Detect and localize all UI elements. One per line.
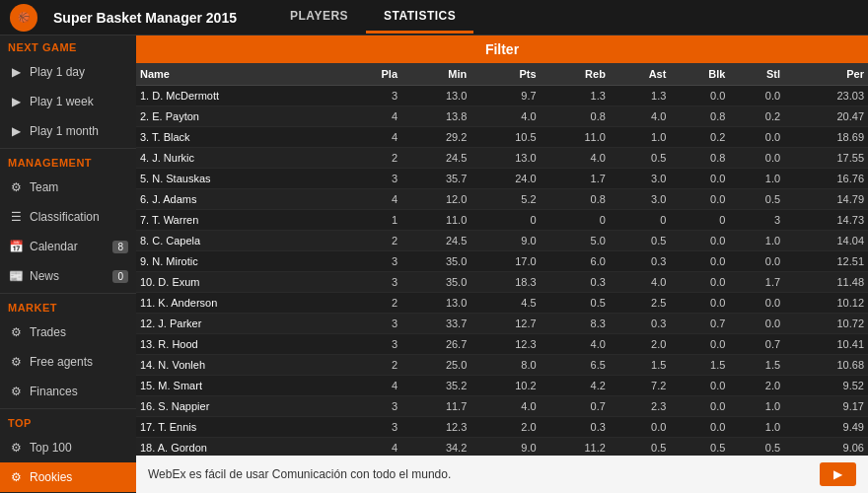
play-icon: ▶ [8,64,24,80]
table-row: 13. R. Hood326.712.34.02.00.00.710.41 [136,334,868,355]
table-row: 15. M. Smart435.210.24.27.20.02.09.52 [136,376,868,396]
table-row: 9. N. Mirotic335.017.06.00.30.00.012.51 [136,251,868,272]
sidebar-item-play1day[interactable]: ▶ Play 1 day [0,57,136,87]
table-row: 2. E. Payton413.84.00.84.00.80.220.47 [136,106,868,127]
main-layout: NEXT GAME ▶ Play 1 day ▶ Play 1 week ▶ P… [0,35,868,493]
free-agents-icon: ⚙ [8,354,24,370]
table-row: 1. D. McDermott313.09.71.31.30.00.023.03 [136,86,868,106]
team-icon: ⚙ [8,179,24,195]
table-row: 7. T. Warren111.00000314.73 [136,210,868,231]
sidebar-label-play1month: Play 1 month [30,124,99,138]
sidebar-label-news: News [30,269,59,283]
col-ast[interactable]: Ast [610,63,670,86]
section-management: MANAGEMENT [0,151,136,173]
sidebar-label-free-agents: Free agents [30,355,93,369]
sidebar-item-play1week[interactable]: ▶ Play 1 week [0,87,136,116]
sidebar-label-finances: Finances [30,385,78,398]
col-name[interactable]: Name [136,63,343,86]
sidebar-item-news[interactable]: 📰 News 0 [0,261,136,291]
sidebar-label-trades: Trades [30,325,66,339]
col-pts[interactable]: Pts [470,63,540,86]
nav-tabs: PLAYERS STATISTICS [272,1,473,34]
divider [0,148,136,149]
news-badge: 0 [112,270,128,283]
table-row: 16. S. Nappier311.74.00.72.30.01.09.17 [136,396,868,417]
content-area: Filter Name Pla Min Pts Reb Ast Blk Stl … [136,35,868,493]
table-row: 4. J. Nurkic224.513.04.00.50.80.017.55 [136,148,868,169]
section-top: TOP [0,411,136,433]
sidebar-label-rookies: Rookies [30,470,72,484]
col-pla[interactable]: Pla [343,63,401,86]
topbar: 🏀 Super Basket Manager 2015 PLAYERS STAT… [0,0,868,35]
table-row: 12. J. Parker333.712.78.30.30.70.010.72 [136,314,868,334]
table-row: 3. T. Black429.210.511.01.00.20.018.69 [136,127,868,148]
filter-bar: Filter [136,35,868,63]
section-market: MARKET [0,296,136,317]
table-row: 6. J. Adams412.05.20.83.00.00.514.79 [136,189,868,210]
sidebar-item-trades[interactable]: ⚙ Trades [0,317,136,347]
col-stl[interactable]: Stl [729,63,784,86]
tab-players[interactable]: PLAYERS [272,1,366,34]
sidebar-item-finances[interactable]: ⚙ Finances [0,377,136,406]
players-table-wrapper[interactable]: Name Pla Min Pts Reb Ast Blk Stl Per 1. … [136,63,868,456]
rookies-icon: ⚙ [8,469,24,485]
table-row: 17. T. Ennis312.32.00.30.00.01.09.49 [136,417,868,438]
ad-button[interactable]: ▶ [820,462,856,486]
sidebar-item-calendar[interactable]: 📅 Calendar 8 [0,232,136,261]
table-row: 18. A. Gordon434.29.011.20.50.50.59.06 [136,438,868,457]
sidebar: NEXT GAME ▶ Play 1 day ▶ Play 1 week ▶ P… [0,35,136,493]
trades-icon: ⚙ [8,324,24,340]
sidebar-label-play1week: Play 1 week [30,95,94,108]
table-row: 8. C. Capela224.59.05.00.50.01.014.04 [136,231,868,251]
sidebar-label-team: Team [30,180,58,194]
top100-icon: ⚙ [8,440,24,456]
sidebar-item-team[interactable]: ⚙ Team [0,173,136,202]
play-icon: ▶ [8,94,24,109]
sidebar-item-free-agents[interactable]: ⚙ Free agents [0,347,136,377]
app-title: Super Basket Manager 2015 [53,10,237,26]
sidebar-item-play1month[interactable]: ▶ Play 1 month [0,116,136,146]
sidebar-label-play1day: Play 1 day [30,65,85,79]
news-icon: 📰 [8,268,24,284]
sidebar-label-top100: Top 100 [30,441,72,455]
table-row: 14. N. Vonleh225.08.06.51.51.51.510.68 [136,355,868,376]
tab-statistics[interactable]: STATISTICS [366,1,473,34]
sidebar-item-top100[interactable]: ⚙ Top 100 [0,433,136,462]
sidebar-item-classification[interactable]: ☰ Classification [0,202,136,232]
sidebar-label-classification: Classification [30,210,100,224]
col-min[interactable]: Min [401,63,470,86]
sidebar-item-rookies[interactable]: ⚙ Rookies [0,462,136,492]
col-per[interactable]: Per [784,63,868,86]
players-table: Name Pla Min Pts Reb Ast Blk Stl Per 1. … [136,63,868,456]
ad-text: WebEx es fácil de usar Comunicación con … [148,467,810,481]
col-reb[interactable]: Reb [541,63,610,86]
section-next-game: NEXT GAME [0,35,136,57]
calendar-icon: 📅 [8,239,24,254]
calendar-badge: 8 [112,241,128,253]
finances-icon: ⚙ [8,384,24,399]
col-blk[interactable]: Blk [670,63,729,86]
table-row: 5. N. Stauskas335.724.01.73.00.01.016.76 [136,169,868,189]
divider [0,293,136,294]
sidebar-label-calendar: Calendar [30,240,78,253]
divider [0,408,136,409]
table-row: 10. D. Exum335.018.30.34.00.01.711.48 [136,272,868,293]
classification-icon: ☰ [8,209,24,225]
play-icon: ▶ [8,123,24,139]
app-logo: 🏀 [10,4,37,32]
ad-bar: WebEx es fácil de usar Comunicación con … [136,456,868,493]
table-row: 11. K. Anderson213.04.50.52.50.00.010.12 [136,293,868,314]
